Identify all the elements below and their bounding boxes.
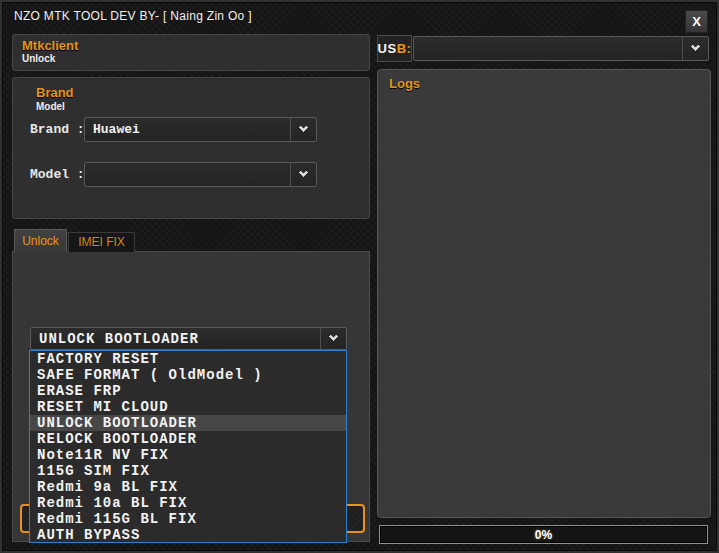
brand-combobox[interactable]: Huawei: [84, 117, 317, 142]
close-icon[interactable]: X: [685, 10, 708, 33]
operation-value: UNLOCK BOOTLOADER: [31, 328, 320, 349]
mtkclient-title: Mtkclient: [22, 38, 369, 53]
brand-group-title: Brand: [36, 85, 74, 100]
brand-group-subtitle: Model: [36, 101, 65, 112]
model-label: Model :: [30, 167, 85, 182]
progress-value: 0%: [535, 528, 552, 542]
app-window: NZO MTK TOOL DEV BY- [ Naing Zin Oo ] X …: [0, 0, 719, 553]
dropdown-option[interactable]: SAFE FORMAT ( OldModel ): [30, 367, 346, 383]
dropdown-option[interactable]: FACTORY RESET: [30, 351, 346, 367]
operation-combobox[interactable]: UNLOCK BOOTLOADER: [30, 327, 347, 350]
usb-combobox[interactable]: [413, 36, 709, 61]
dropdown-option[interactable]: RELOCK BOOTLOADER: [30, 431, 346, 447]
dropdown-option[interactable]: Redmi 115G BL FIX: [30, 511, 346, 527]
brand-model-group: Brand Model Brand : Huawei Model :: [12, 77, 370, 219]
brand-value: Huawei: [85, 118, 290, 141]
mtkclient-header-panel: Mtkclient Unlock: [12, 34, 370, 71]
usb-label-white: US: [378, 41, 397, 56]
dropdown-option[interactable]: AUTH BYPASS: [30, 527, 346, 543]
logs-title: Logs: [389, 76, 420, 91]
logs-panel: Logs: [377, 69, 711, 518]
tab-imei-fix[interactable]: IMEI FIX: [68, 232, 135, 252]
model-value: [85, 163, 290, 186]
usb-label-orange: B:: [397, 41, 412, 56]
brand-label: Brand :: [30, 122, 85, 137]
dropdown-option[interactable]: Redmi 10a BL FIX: [30, 495, 346, 511]
window-title: NZO MTK TOOL DEV BY- [ Naing Zin Oo ]: [14, 9, 252, 23]
chevron-down-icon: [290, 163, 316, 186]
operation-dropdown-list: FACTORY RESET SAFE FORMAT ( OldModel ) E…: [29, 350, 347, 543]
usb-value: [414, 37, 682, 60]
chevron-down-icon: [682, 37, 708, 60]
tab-unlock[interactable]: Unlock: [14, 229, 67, 252]
chevron-down-icon: [290, 118, 316, 141]
mtkclient-subtitle: Unlock: [22, 53, 369, 64]
dropdown-option[interactable]: 115G SIM FIX: [30, 463, 346, 479]
usb-label: US B:: [377, 35, 412, 62]
dropdown-option-selected[interactable]: UNLOCK BOOTLOADER: [30, 415, 346, 431]
model-combobox[interactable]: [84, 162, 317, 187]
title-bar[interactable]: NZO MTK TOOL DEV BY- [ Naing Zin Oo ] X: [2, 2, 717, 30]
dropdown-option[interactable]: RESET MI CLOUD: [30, 399, 346, 415]
chevron-down-icon: [320, 328, 346, 349]
dropdown-option[interactable]: Redmi 9a BL FIX: [30, 479, 346, 495]
progress-bar: 0%: [379, 525, 708, 544]
dropdown-option[interactable]: ERASE FRP: [30, 383, 346, 399]
dropdown-option[interactable]: Note11R NV FIX: [30, 447, 346, 463]
